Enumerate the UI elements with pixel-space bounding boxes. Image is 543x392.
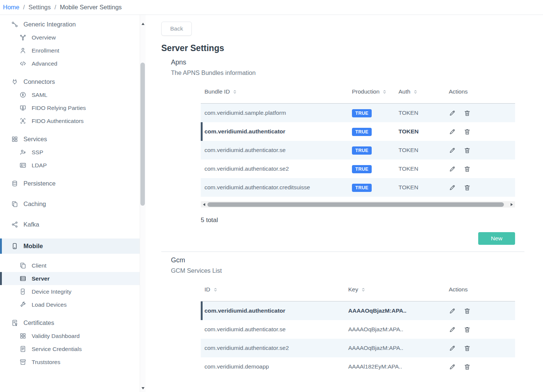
sidebar-item-label: Enrollment — [32, 47, 59, 54]
sort-icon[interactable] — [232, 89, 237, 94]
sidebar-item-label: Client — [32, 262, 47, 269]
column-header-auth[interactable]: Auth — [398, 88, 444, 95]
sidebar-item-fido-authenticators[interactable]: FIDO Authenticators — [0, 114, 140, 127]
monitor-icon — [19, 104, 26, 111]
apns-table-row[interactable]: com.veridiumid.authenticator.se2 TRUE TO… — [201, 159, 515, 178]
delete-icon[interactable] — [464, 147, 471, 154]
delete-icon[interactable] — [464, 345, 471, 352]
bundle-id-cell: com.veridiumid.sample.platform — [201, 110, 352, 116]
sort-icon[interactable] — [361, 287, 366, 292]
apns-table-row[interactable]: com.veridiumid.sample.platform TRUE TOKE… — [201, 104, 515, 122]
column-header-id[interactable]: ID — [201, 286, 348, 293]
delete-icon[interactable] — [464, 307, 471, 314]
sidebar-item-connectors[interactable]: Connectors — [0, 75, 140, 88]
breadcrumb-home-link[interactable]: Home — [3, 4, 19, 11]
breadcrumb-separator: / — [23, 4, 25, 11]
sidebar-item-enrollment[interactable]: Enrollment — [0, 44, 140, 57]
apns-table-row[interactable]: com.veridiumid.authenticator.creditsuiss… — [201, 178, 515, 197]
delete-icon[interactable] — [464, 128, 471, 135]
sidebar-item-label: Server — [32, 275, 50, 282]
sort-icon[interactable] — [413, 89, 418, 94]
scroll-left-icon[interactable] — [202, 203, 206, 206]
sidebar-item-label: Mobile — [23, 243, 43, 250]
apns-table-header: Bundle ID Production Auth Actions — [201, 85, 515, 104]
gcm-table-row[interactable]: com.veridiumid.authenticator.se AAAAOqBj… — [201, 320, 515, 339]
delete-icon[interactable] — [464, 184, 471, 191]
sidebar-item-label: Load Devices — [32, 301, 67, 308]
sidebar-item-service-credentials[interactable]: Service Credentials — [0, 342, 140, 355]
bundle-id-cell: com.veridiumid.authenticator.creditsuiss… — [201, 184, 352, 191]
breadcrumb-settings-link[interactable]: Settings — [29, 4, 51, 11]
edit-icon[interactable] — [449, 147, 456, 154]
auth-cell: TOKEN — [398, 184, 444, 191]
copy-icon — [11, 200, 18, 208]
gcm-table-row[interactable]: com.veridiumid.demoapp AAAAl182EyM:APA.. — [201, 357, 515, 376]
sidebar-item-certificates[interactable]: Certificates — [0, 316, 140, 329]
delete-icon[interactable] — [464, 110, 471, 117]
sidebar-scrollbar-thumb[interactable] — [140, 63, 145, 206]
sidebar-item-client[interactable]: Client — [0, 259, 140, 272]
sidebar-item-label: Caching — [23, 200, 46, 208]
edit-icon[interactable] — [449, 345, 456, 352]
sidebar-item-ldap[interactable]: LDAP — [0, 159, 140, 172]
certificate-icon — [11, 319, 18, 326]
sidebar-item-label: Truststores — [32, 359, 60, 366]
apns-table-row[interactable]: com.veridiumid.authenticator.se TRUE TOK… — [201, 141, 515, 159]
section-divider — [161, 252, 524, 252]
gcm-table-row-selected[interactable]: com.veridiumid.authenticator AAAAOqBjazM… — [201, 301, 515, 320]
sort-icon[interactable] — [213, 287, 218, 292]
gcm-table-header: ID Key Actions — [201, 282, 515, 301]
sidebar-item-generic-integration[interactable]: Generic Integration — [0, 18, 140, 31]
edit-icon[interactable] — [449, 363, 456, 370]
edit-icon[interactable] — [449, 326, 456, 333]
sidebar-item-kafka[interactable]: Kafka — [0, 218, 140, 231]
sidebar-item-caching[interactable]: Caching — [0, 197, 140, 211]
archive-box-icon — [19, 358, 26, 366]
key-cell: AAAAOqBjazM:APA.. — [348, 326, 444, 333]
sidebar-item-advanced[interactable]: Advanced — [0, 57, 140, 70]
scroll-up-icon[interactable] — [140, 21, 146, 27]
column-header-bundle-id[interactable]: Bundle ID — [201, 88, 352, 95]
sidebar-item-mobile[interactable]: Mobile — [0, 238, 140, 254]
sidebar-item-server[interactable]: Server — [0, 272, 140, 285]
sidebar-scrollbar[interactable] — [140, 15, 146, 392]
database-icon — [11, 180, 18, 187]
edit-icon[interactable] — [449, 165, 456, 173]
apns-table-row-selected[interactable]: com.veridiumid.authenticator TRUE TOKEN — [201, 122, 515, 141]
page-title: Server Settings — [161, 43, 543, 53]
delete-icon[interactable] — [464, 165, 471, 173]
plug-icon — [11, 78, 18, 85]
column-label: Auth — [398, 88, 410, 95]
column-header-key[interactable]: Key — [348, 286, 444, 293]
sidebar-item-overview[interactable]: Overview — [0, 31, 140, 44]
sidebar-item-persistence[interactable]: Persistence — [0, 177, 140, 190]
sidebar-item-label: FIDO Authenticators — [32, 118, 84, 124]
delete-icon[interactable] — [464, 363, 471, 370]
edit-icon[interactable] — [449, 110, 456, 117]
breadcrumb-current-page: Mobile Server Settings — [60, 4, 122, 11]
sidebar-item-label: Persistence — [23, 180, 55, 187]
sidebar-item-load-devices[interactable]: Load Devices — [0, 298, 140, 311]
scroll-down-icon[interactable] — [140, 385, 146, 391]
sidebar-item-fido-relying-parties[interactable]: FIDO Relying Parties — [0, 101, 140, 114]
edit-icon[interactable] — [449, 184, 456, 191]
column-header-production[interactable]: Production — [352, 88, 398, 95]
auth-cell: TOKEN — [398, 147, 444, 154]
sidebar-item-saml[interactable]: SAML — [0, 88, 140, 101]
edit-icon[interactable] — [449, 307, 456, 314]
delete-icon[interactable] — [464, 326, 471, 333]
sort-icon[interactable] — [382, 89, 387, 94]
phone-check-icon — [19, 288, 26, 295]
sidebar-item-validity-dashboard[interactable]: Validity Dashboard — [0, 329, 140, 342]
sidebar-item-device-integrity[interactable]: Device Integrity — [0, 285, 140, 298]
new-button[interactable]: New — [478, 232, 515, 245]
sidebar-item-ssp[interactable]: SSP — [0, 146, 140, 159]
sidebar-item-truststores[interactable]: Truststores — [0, 355, 140, 369]
back-button[interactable]: Back — [161, 22, 192, 36]
sidebar-item-services[interactable]: Services — [0, 133, 140, 146]
horizontal-scrollbar-thumb[interactable] — [207, 202, 504, 207]
edit-icon[interactable] — [449, 128, 456, 135]
gcm-table-row[interactable]: com.veridiumid.authenticator.se2 AAAAOqB… — [201, 339, 515, 357]
scroll-right-icon[interactable] — [510, 203, 514, 206]
apns-horizontal-scrollbar[interactable] — [201, 201, 515, 208]
